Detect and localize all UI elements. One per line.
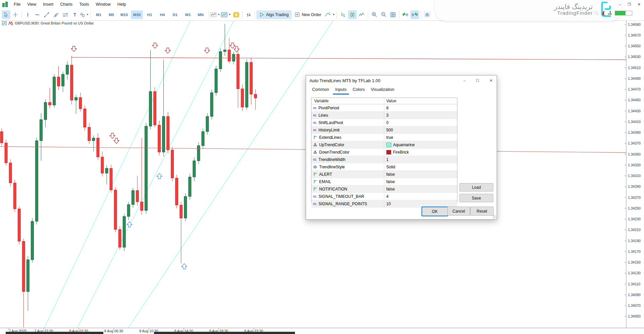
dialog-minimize-button[interactable]: –: [463, 78, 465, 82]
param-value[interactable]: 10: [386, 202, 391, 206]
vertical-line-tool-button[interactable]: [23, 10, 32, 19]
equidistant-lines-tool-button[interactable]: [61, 10, 70, 19]
quotes-button[interactable]: $: [232, 10, 241, 19]
param-row-trendlinestyle[interactable]: TrendlineStyleSolid: [311, 163, 457, 171]
param-value[interactable]: 4: [386, 194, 389, 199]
param-row-historylimit[interactable]: 01HistoryLimit500: [311, 126, 457, 134]
timeframe-m30-button[interactable]: M30: [131, 10, 143, 19]
param-row-uptrendcolor[interactable]: UpTrendColorAquamarine: [311, 141, 457, 149]
zoom-out-button[interactable]: [379, 10, 388, 19]
menu-view[interactable]: View: [24, 1, 40, 8]
ok-button[interactable]: OK: [422, 207, 448, 216]
param-row-pivotperiod[interactable]: 01PivotPeriod8: [311, 104, 457, 112]
trendline-tool-button[interactable]: [42, 10, 51, 19]
price-label: 1.34210: [628, 228, 641, 232]
param-value[interactable]: 3: [386, 113, 389, 118]
param-row-lines[interactable]: 01Lines3: [311, 112, 457, 119]
menu-window[interactable]: Window: [92, 1, 114, 8]
param-value[interactable]: 1: [386, 157, 389, 162]
tile-windows-button[interactable]: [389, 10, 397, 19]
timeframe-h4-button[interactable]: H4: [156, 10, 168, 19]
indicator-window-button[interactable]: ▼: [221, 10, 231, 19]
candle-body: [48, 102, 51, 105]
param-value[interactable]: 0: [386, 120, 389, 125]
indicators-button[interactable]: ▼: [325, 10, 335, 19]
shift-end-button[interactable]: [401, 10, 410, 19]
tab-colors[interactable]: Colors: [350, 86, 367, 95]
cancel-button[interactable]: Cancel: [447, 207, 470, 216]
menu-charts[interactable]: Charts: [57, 1, 76, 8]
lvl-badge[interactable]: ⬆LVL: [608, 11, 612, 15]
numeric-param-icon: 01: [313, 121, 316, 124]
tab-visualization[interactable]: Visualization: [368, 86, 397, 95]
param-row-signal_timeout_bar[interactable]: 01SIGNAL_TIMEOUT_BAR4: [311, 193, 457, 200]
menu-help[interactable]: Help: [114, 1, 130, 8]
timeframe-d1-button[interactable]: D1: [169, 10, 181, 19]
param-row-extendlines[interactable]: ExtendLinestrue: [311, 134, 457, 141]
menu-insert[interactable]: Insert: [40, 1, 57, 8]
timeframe-h1-button[interactable]: H1: [144, 10, 156, 19]
flag-param-icon: [313, 172, 317, 176]
bar-chart-mode-button[interactable]: [339, 10, 347, 19]
param-value[interactable]: 8: [386, 106, 389, 110]
param-value[interactable]: FireBrick: [393, 150, 409, 155]
timeframe-m15-button[interactable]: M15: [118, 10, 130, 19]
timeframe-w1-button[interactable]: W1: [182, 10, 194, 19]
cursor-tool-button[interactable]: [2, 10, 10, 19]
timeframe-m1-button[interactable]: M1: [93, 10, 105, 19]
timeframe-mn-button[interactable]: MN: [195, 10, 207, 19]
candle-body: [66, 65, 69, 74]
param-value[interactable]: 500: [386, 128, 393, 132]
zoom-in-button[interactable]: [370, 10, 379, 19]
restore-button[interactable]: ❐: [628, 2, 631, 7]
reset-button[interactable]: Reset: [470, 207, 494, 216]
shapes-tool-button[interactable]: ▼: [80, 10, 89, 19]
menu-tools[interactable]: Tools: [76, 1, 92, 8]
minimize-button[interactable]: –: [619, 2, 621, 7]
timeframe-group: M1M5M15M30H1H4D1W1MN: [92, 10, 207, 19]
dialog-close-button[interactable]: ✕: [490, 78, 493, 83]
new-order-button[interactable]: New Order: [292, 10, 324, 19]
param-value[interactable]: false: [386, 179, 395, 184]
save-button[interactable]: Save: [459, 194, 493, 202]
crosshair-tool-button[interactable]: [11, 10, 20, 19]
vertical-line-icon: [26, 12, 30, 17]
algo-trading-button[interactable]: Algo Trading: [256, 10, 292, 19]
flame-icon[interactable]: [601, 10, 605, 16]
load-button[interactable]: Load: [459, 183, 493, 191]
price-label: 1.34370: [628, 141, 641, 145]
candlestick-mode-button[interactable]: [348, 10, 357, 19]
line-chart-mode-button[interactable]: [357, 10, 366, 19]
param-row-downtrendcolor[interactable]: DownTrendColorFireBrick: [311, 149, 457, 156]
param-row-shiftlastpivot[interactable]: 01ShiftLastPivot0: [311, 119, 457, 126]
dialog-maximize-button[interactable]: ☐: [476, 78, 479, 83]
param-row-alert[interactable]: ALERTfalse: [311, 171, 457, 178]
search-icon[interactable]: [594, 11, 599, 15]
price-label: 1.34310: [628, 174, 641, 178]
candle-body: [202, 131, 204, 146]
shift-start-button[interactable]: [410, 10, 419, 19]
param-row-trendlinewidth[interactable]: 01TrendlineWidth1: [311, 156, 457, 163]
param-value[interactable]: true: [386, 135, 393, 140]
tab-inputs[interactable]: Inputs: [333, 86, 349, 95]
timeframe-m5-button[interactable]: M5: [105, 10, 117, 19]
horizontal-line-tool-button[interactable]: [33, 10, 42, 19]
channel-tool-button[interactable]: [52, 10, 60, 19]
param-value[interactable]: Aquamarine: [393, 143, 415, 147]
dialog-resize-grip[interactable]: [493, 215, 496, 219]
text-tool-button[interactable]: T: [70, 10, 79, 19]
param-value[interactable]: false: [386, 187, 395, 191]
param-name: NOTIFICATION: [319, 187, 347, 191]
buy-sell-arrows-button[interactable]: [244, 10, 253, 19]
close-button[interactable]: ✕: [638, 2, 641, 7]
chart-type-button[interactable]: ▼: [210, 10, 220, 19]
dialog-titlebar[interactable]: Auto TrendLines MT5 by TFLab 1.00 –☐✕: [306, 75, 497, 86]
param-value[interactable]: Solid: [386, 165, 395, 169]
menu-file[interactable]: File: [10, 1, 24, 8]
param-row-notification[interactable]: NOTIFICATIONfalse: [311, 185, 457, 193]
sell-signal-arrow-icon: [114, 138, 119, 144]
tab-common[interactable]: Common: [310, 86, 332, 95]
param-row-email[interactable]: EMAILfalse: [311, 178, 457, 185]
screenshot-button[interactable]: [423, 10, 432, 19]
param-value[interactable]: false: [386, 172, 395, 177]
